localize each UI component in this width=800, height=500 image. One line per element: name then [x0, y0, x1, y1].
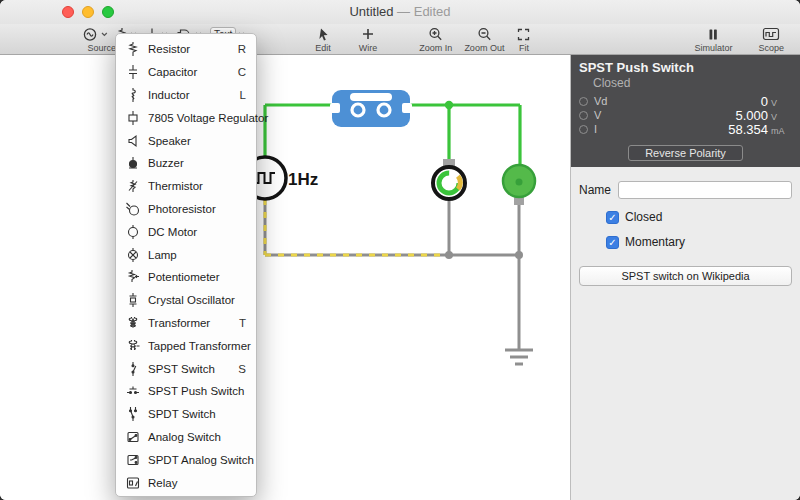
- menu-item-buzzer[interactable]: Buzzer: [116, 152, 256, 175]
- edit-tool-button[interactable]: Edit: [315, 26, 331, 53]
- menu-item-spst-switch[interactable]: SPST SwitchS: [116, 357, 256, 380]
- closed-checkbox[interactable]: [606, 211, 619, 224]
- menu-item-resistor[interactable]: ResistorR: [116, 38, 256, 61]
- photoresistor-icon: [124, 201, 141, 217]
- node-dot: [445, 251, 453, 259]
- circuit-canvas[interactable]: 1Hz: [0, 55, 570, 500]
- cursor-icon: [316, 26, 330, 42]
- ground-symbol[interactable]: [505, 350, 533, 364]
- spst-push-switch-icon: [124, 383, 141, 399]
- switch-state-label: Closed: [593, 76, 792, 90]
- menu-item-spst-push-switch[interactable]: SPST Push Switch: [116, 380, 256, 403]
- circuit-drawing: 1Hz: [0, 55, 570, 500]
- led-component[interactable]: [503, 165, 535, 205]
- probe-circle-icon: [579, 125, 588, 134]
- selected-component-title: SPST Push Switch: [579, 60, 792, 75]
- node-dot-green: [445, 101, 453, 109]
- menu-item-speaker[interactable]: Speaker: [116, 129, 256, 152]
- app-window: Untitled — Edited: [0, 0, 800, 500]
- lamp-icon: [124, 247, 141, 263]
- sources-icon: [82, 27, 99, 42]
- simulator-button[interactable]: Simulator: [694, 26, 732, 53]
- wire-tool-button[interactable]: Wire: [359, 26, 378, 53]
- reverse-polarity-button[interactable]: Reverse Polarity: [628, 145, 743, 161]
- dc-motor-icon: [124, 224, 141, 240]
- menu-item-spdt-switch[interactable]: SPDT Switch: [116, 403, 256, 426]
- resistor-icon: [124, 41, 141, 57]
- buzzer-icon: [124, 155, 141, 171]
- name-label: Name: [579, 183, 611, 197]
- momentary-checkbox[interactable]: [606, 236, 619, 249]
- menu-item-dc-motor[interactable]: DC Motor: [116, 220, 256, 243]
- fit-frame-icon: [516, 26, 531, 42]
- menu-item-lamp[interactable]: Lamp: [116, 243, 256, 266]
- scope-waveform-icon: [762, 26, 780, 42]
- scope-button[interactable]: Scope: [758, 26, 784, 53]
- spst-push-switch-component[interactable]: [330, 90, 412, 127]
- fit-button[interactable]: Fit: [516, 26, 531, 53]
- menu-item-thermistor[interactable]: Thermistor: [116, 175, 256, 198]
- menu-item-voltage-regulator[interactable]: 7805 Voltage Regulator: [116, 106, 256, 129]
- name-input[interactable]: [618, 181, 792, 199]
- zoom-out-button[interactable]: Zoom Out: [464, 26, 504, 53]
- zoom-in-button[interactable]: Zoom In: [419, 26, 452, 53]
- voltage-regulator-icon: [124, 110, 141, 126]
- spdt-switch-icon: [124, 406, 141, 422]
- menu-item-capacitor[interactable]: CapacitorC: [116, 61, 256, 84]
- title-bar: Untitled — Edited: [0, 0, 800, 24]
- pause-icon: [707, 26, 719, 42]
- components-dropdown-menu: ResistorR CapacitorC InductorL 7805 Volt…: [115, 33, 257, 497]
- thermistor-icon: [124, 178, 141, 194]
- zoom-out-icon: [477, 26, 492, 42]
- tapped-transformer-icon: [124, 338, 141, 354]
- chevron-down-icon: [101, 32, 108, 37]
- menu-item-spdt-analog-switch[interactable]: SPDT Analog Switch: [116, 448, 256, 471]
- analog-switch-icon: [124, 429, 141, 445]
- zoom-group: Zoom In Zoom Out Fit: [419, 26, 531, 53]
- potentiometer-icon: [124, 269, 141, 285]
- speaker-icon: [124, 133, 141, 149]
- spdt-analog-switch-icon: [124, 452, 141, 468]
- menu-item-inductor[interactable]: InductorL: [116, 84, 256, 107]
- node-dot: [515, 251, 523, 259]
- edited-indicator: — Edited: [397, 4, 450, 19]
- capacitor-icon: [124, 64, 141, 80]
- probe-circle-icon: [579, 97, 588, 106]
- menu-item-relay[interactable]: Relay: [116, 471, 256, 494]
- window-title: Untitled — Edited: [0, 0, 800, 24]
- menu-item-photoresistor[interactable]: Photoresistor: [116, 198, 256, 221]
- reading-row-vd: Vd 0 V: [579, 94, 792, 108]
- relay-icon: [124, 475, 141, 491]
- inspector-settings: Name Closed Momentary SPST switch on Wik…: [571, 167, 800, 500]
- plus-wire-icon: [361, 26, 375, 42]
- wire[interactable]: [265, 199, 519, 350]
- dc-motor-component[interactable]: [433, 159, 465, 199]
- crystal-oscillator-icon: [124, 292, 141, 308]
- minimize-button[interactable]: [82, 6, 94, 18]
- zoom-in-icon: [428, 26, 443, 42]
- traffic-lights: [62, 6, 114, 18]
- spst-switch-icon: [124, 361, 141, 377]
- menu-item-crystal-oscillator[interactable]: Crystal Oscillator: [116, 289, 256, 312]
- source-frequency-label: 1Hz: [288, 170, 318, 189]
- inductor-icon: [124, 87, 141, 103]
- inspector-panel: SPST Push Switch Closed Vd 0 V V 5.000 V…: [570, 55, 800, 500]
- wikipedia-button[interactable]: SPST switch on Wikipedia: [579, 266, 792, 286]
- reading-row-v: V 5.000 V: [579, 108, 792, 122]
- zoom-window-button[interactable]: [102, 6, 114, 18]
- reading-row-i: I 58.354 mA: [579, 122, 792, 136]
- menu-item-transformer[interactable]: TransformerT: [116, 312, 256, 335]
- menu-item-tapped-transformer[interactable]: Tapped Transformer: [116, 334, 256, 357]
- menu-item-analog-switch[interactable]: Analog Switch: [116, 426, 256, 449]
- inspector-readout: SPST Push Switch Closed Vd 0 V V 5.000 V…: [571, 55, 800, 167]
- transformer-icon: [124, 315, 141, 331]
- sources-menu-button[interactable]: [78, 26, 112, 42]
- close-button[interactable]: [62, 6, 74, 18]
- current-flow-dashes: [265, 199, 449, 255]
- probe-circle-icon: [579, 111, 588, 120]
- menu-item-potentiometer[interactable]: Potentiometer: [116, 266, 256, 289]
